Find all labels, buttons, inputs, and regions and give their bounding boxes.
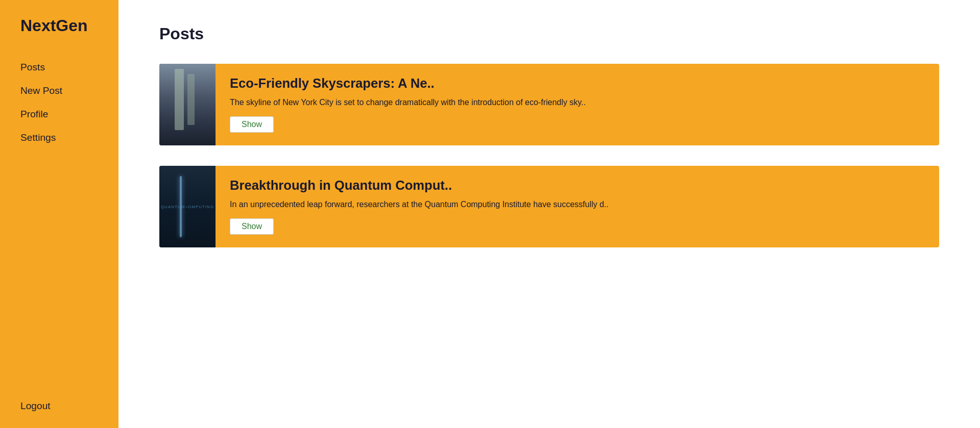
post-excerpt: In an unprecedented leap forward, resear…	[230, 200, 925, 209]
post-body: Eco-Friendly Skyscrapers: A Ne.. The sky…	[216, 64, 939, 145]
main-content: Posts Eco-Friendly Skyscrapers: A Ne.. T…	[118, 0, 980, 428]
sidebar-item-posts[interactable]: Posts	[0, 56, 118, 79]
post-image	[159, 64, 216, 145]
show-button[interactable]: Show	[230, 116, 274, 133]
page-title: Posts	[159, 24, 939, 43]
sidebar: NextGen Posts New Post Profile Settings …	[0, 0, 118, 428]
sidebar-nav: Posts New Post Profile Settings	[0, 56, 118, 400]
post-card: Breakthrough in Quantum Comput.. In an u…	[159, 166, 939, 247]
post-title: Eco-Friendly Skyscrapers: A Ne..	[230, 76, 925, 91]
post-title: Breakthrough in Quantum Comput..	[230, 178, 925, 193]
sidebar-item-settings[interactable]: Settings	[0, 126, 118, 149]
post-image	[159, 166, 216, 247]
brand-logo: NextGen	[0, 16, 118, 56]
sidebar-item-profile[interactable]: Profile	[0, 103, 118, 126]
post-card: Eco-Friendly Skyscrapers: A Ne.. The sky…	[159, 64, 939, 145]
post-body: Breakthrough in Quantum Comput.. In an u…	[216, 166, 939, 247]
sidebar-item-new-post[interactable]: New Post	[0, 79, 118, 103]
show-button[interactable]: Show	[230, 218, 274, 235]
post-excerpt: The skyline of New York City is set to c…	[230, 98, 925, 107]
post-thumbnail	[159, 166, 216, 247]
post-thumbnail	[159, 64, 216, 145]
logout-button[interactable]: Logout	[0, 400, 118, 412]
